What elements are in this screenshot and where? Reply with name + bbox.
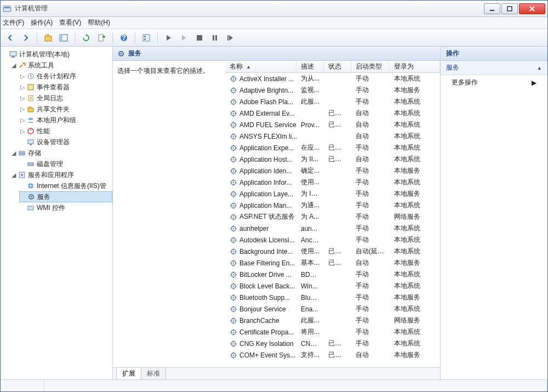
svg-point-100 (233, 193, 235, 195)
service-row[interactable]: Application Laye...为 In...手动本地服务 (225, 188, 440, 200)
service-row[interactable]: ANSYS FLEXlm li...自动本地系统 (225, 130, 440, 142)
statusbar (1, 379, 547, 391)
up-button[interactable] (42, 31, 55, 44)
gear-icon (230, 190, 237, 198)
tree-performance[interactable]: ▷性能 (19, 126, 112, 137)
service-row[interactable]: Adaptive Brightn...监视...手动本地服务 (225, 84, 440, 96)
service-startup: 手动 (351, 304, 390, 314)
actions-section[interactable]: 服务 ▲ (441, 61, 547, 75)
service-row[interactable]: Block Level Back...Win...手动本地系统 (225, 280, 440, 292)
menu-file[interactable]: 文件(F) (3, 18, 24, 27)
main-pane: 服务 选择一个项目来查看它的描述。 名称▲ 描述 状态 启动类型 登录为 Act… (113, 47, 441, 379)
service-row[interactable]: Bonjour ServiceEna...手动本地系统 (225, 303, 440, 315)
tree-wmi[interactable]: WMI 控件 (19, 202, 112, 213)
tree-iis[interactable]: Internet 信息服务(IIS)管 (19, 180, 112, 191)
tree-root[interactable]: 计算机管理(本地) (2, 49, 112, 60)
tree-local-users[interactable]: ▷本地用户和组 (19, 115, 112, 126)
service-row[interactable]: AMD External Ev...已启动自动本地系统 (225, 107, 440, 119)
stop-service-button[interactable] (178, 31, 191, 44)
service-row[interactable]: Application Expe...在应...已启动手动本地系统 (225, 142, 440, 154)
menu-view[interactable]: 查看(V) (59, 18, 81, 27)
tree-device-manager[interactable]: 设备管理器 (19, 137, 112, 147)
service-row[interactable]: aunhelperaun...手动本地系统 (225, 223, 440, 234)
service-row[interactable]: Application Iden...确定...手动本地服务 (225, 165, 440, 177)
svg-point-40 (233, 78, 235, 79)
service-row[interactable]: Background Inte...使用...已启动自动(延迟...本地系统 (225, 246, 440, 257)
help-button[interactable]: ? (117, 31, 130, 44)
services-list[interactable]: 名称▲ 描述 状态 启动类型 登录为 ActiveX Installer ...… (225, 61, 440, 367)
col-startup[interactable]: 启动类型 (351, 61, 390, 72)
tree-services[interactable]: 服务 (19, 191, 112, 202)
tree-services-apps[interactable]: ◢服务和应用程序 (10, 169, 112, 180)
service-name: Application Man... (239, 202, 292, 209)
gear-icon (230, 317, 237, 325)
service-row[interactable]: AMD FUEL ServiceProv...已启动自动本地系统 (225, 119, 440, 130)
actions-more[interactable]: 更多操作 ▶ (441, 75, 547, 90)
back-button[interactable] (4, 31, 17, 44)
pause-service-button[interactable] (193, 31, 206, 44)
service-row[interactable]: Application Host...为 II...已启动自动本地系统 (225, 154, 440, 165)
service-row[interactable]: ASP.NET 状态服务为 A...手动网络服务 (225, 211, 440, 223)
gear-icon (230, 179, 237, 186)
svg-point-172 (233, 331, 235, 333)
start-service-button[interactable] (162, 31, 175, 44)
service-name: CNG Key Isolation (239, 340, 294, 348)
service-row[interactable]: Adobe Flash Pla...此服...手动本地系统 (225, 96, 440, 107)
show-hide-tree-button[interactable] (57, 31, 70, 44)
service-startup: 自动 (351, 120, 390, 129)
restart-service-button[interactable] (208, 31, 221, 44)
service-row[interactable]: Application Infor...使用...手动本地系统 (225, 177, 440, 188)
tree-system-tools[interactable]: ◢系统工具 (10, 60, 112, 71)
refresh-button[interactable] (79, 31, 93, 44)
service-desc: 为 II... (296, 155, 324, 164)
svg-rect-6 (60, 35, 62, 41)
service-row[interactable]: Autodesk Licensi...Anch...手动本地系统 (225, 234, 440, 246)
service-startup: 自动(延迟... (351, 247, 390, 256)
svg-rect-3 (507, 7, 512, 11)
col-status[interactable]: 状态 (324, 61, 351, 72)
service-startup: 手动 (351, 212, 390, 221)
service-row[interactable]: Base Filtering En...基本...已启动自动本地服务 (225, 257, 440, 269)
service-row[interactable]: Certificate Propa...将用...手动本地系统 (225, 326, 440, 338)
column-headers[interactable]: 名称▲ 描述 状态 启动类型 登录为 (225, 61, 440, 73)
properties-button[interactable] (140, 31, 153, 44)
tree-disk-management[interactable]: 磁盘管理 (19, 158, 112, 169)
service-desc: 监视... (296, 86, 324, 95)
service-row[interactable]: Application Man...为通...手动本地系统 (225, 200, 440, 211)
tree-storage[interactable]: ◢存储 (10, 147, 112, 158)
tree-global-log[interactable]: ▷全局日志 (19, 93, 112, 104)
col-name[interactable]: 名称▲ (225, 61, 296, 72)
col-logon[interactable]: 登录为 (390, 61, 440, 72)
tab-standard[interactable]: 标准 (141, 368, 166, 380)
svg-point-88 (233, 170, 235, 172)
service-logon: 本地系统 (390, 74, 440, 83)
close-button[interactable] (519, 3, 545, 14)
menu-action[interactable]: 操作(A) (31, 18, 53, 27)
service-desc: Win... (296, 282, 324, 290)
service-row[interactable]: COM+ Event Sys...支持...已启动自动本地服务 (225, 349, 440, 361)
tree-event-viewer[interactable]: ▷事件查看器 (19, 82, 112, 93)
forward-button[interactable] (19, 31, 32, 44)
service-row[interactable]: CNG Key IsolationCNG...已启动手动本地系统 (225, 338, 440, 349)
col-desc[interactable]: 描述 (296, 61, 324, 72)
menu-help[interactable]: 帮助(H) (88, 18, 110, 27)
minimize-button[interactable] (484, 3, 500, 14)
export-button[interactable] (95, 31, 108, 44)
tree-task-scheduler[interactable]: ▷任务计划程序 (19, 71, 112, 82)
tree-shared-folders[interactable]: ▷共享文件夹 (19, 104, 112, 115)
service-row[interactable]: Bluetooth Supp...Blue...手动本地服务 (225, 292, 440, 303)
maximize-button[interactable] (501, 3, 518, 14)
service-row[interactable]: ActiveX Installer ...为从...手动本地系统 (225, 73, 440, 84)
titlebar[interactable]: 计算机管理 (1, 1, 547, 17)
gear-icon (230, 98, 237, 106)
step-service-button[interactable] (224, 31, 237, 44)
service-row[interactable]: BranchCache此服...手动网络服务 (225, 315, 440, 326)
tab-extended[interactable]: 扩展 (116, 368, 141, 380)
service-row[interactable]: BitLocker Drive ...BDE...手动本地系统 (225, 269, 440, 280)
gear-icon (230, 340, 237, 348)
gear-icon (230, 133, 237, 140)
folder-share-icon (26, 105, 35, 113)
gear-icon (230, 167, 237, 175)
svg-rect-18 (12, 56, 15, 58)
navigation-tree[interactable]: 计算机管理(本地) ◢系统工具 ▷任务计划程序 ▷事件查看器 ▷全局日志 ▷共享… (1, 47, 113, 379)
